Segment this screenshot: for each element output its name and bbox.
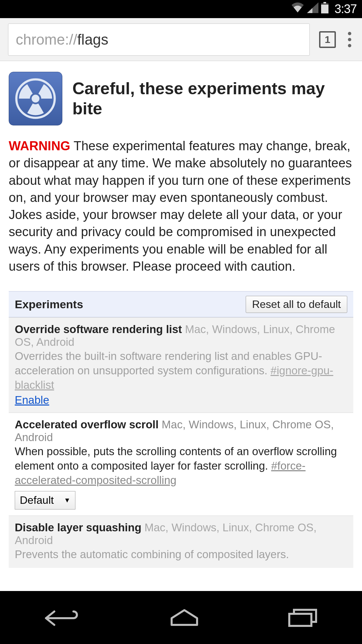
url-bar[interactable]: chrome://flags (8, 23, 310, 56)
url-path: flags (77, 31, 108, 48)
enable-link[interactable]: Enable (15, 394, 49, 407)
svg-rect-0 (323, 2, 326, 3)
tab-switcher-button[interactable]: 1 (319, 31, 336, 48)
experiment-item: Disable layer squashing Mac, Windows, Li… (9, 516, 353, 568)
experiment-title: Accelerated overflow scroll (15, 418, 159, 431)
experiment-item: Accelerated overflow scroll Mac, Windows… (9, 413, 353, 516)
wifi-icon (291, 2, 304, 16)
browser-toolbar: chrome://flags 1 (0, 18, 362, 61)
experiments-title: Experiments (15, 298, 83, 311)
warning-text: These experimental features may change, … (9, 139, 352, 273)
battery-icon (321, 2, 328, 16)
page-content[interactable]: Careful, these experiments may bite WARN… (0, 61, 362, 591)
experiment-description: Overrides the built-in software renderin… (15, 349, 347, 392)
warning-label: WARNING (9, 139, 70, 153)
warning-paragraph: WARNING These experimental features may … (9, 138, 353, 275)
status-time: 3:37 (335, 2, 357, 16)
dot-icon (348, 38, 351, 41)
hazard-icon (9, 72, 62, 125)
experiment-item: Override software rendering list Mac, Wi… (9, 317, 353, 413)
select-value: Default (20, 494, 54, 506)
dot-icon (348, 32, 351, 35)
recents-button[interactable] (286, 607, 319, 628)
url-scheme: chrome:// (16, 31, 77, 48)
back-button[interactable] (43, 607, 83, 628)
dot-icon (348, 44, 351, 47)
svg-rect-6 (289, 614, 311, 626)
experiments-header: Experiments Reset all to default (9, 291, 353, 317)
tab-count-label: 1 (325, 34, 330, 45)
experiment-description: Prevents the automatic combining of comp… (15, 547, 347, 562)
android-nav-bar (0, 591, 362, 644)
svg-point-5 (32, 95, 39, 102)
experiment-select[interactable]: Default ▼ (15, 491, 75, 509)
home-button[interactable] (168, 608, 201, 627)
hero: Careful, these experiments may bite (9, 72, 353, 125)
experiment-title: Override software rendering list (15, 323, 182, 335)
status-icons: 3:37 (291, 2, 357, 16)
menu-button[interactable] (345, 29, 354, 50)
svg-rect-2 (321, 5, 328, 13)
reset-all-button[interactable]: Reset all to default (246, 296, 347, 313)
cell-signal-icon (307, 2, 318, 16)
experiment-title: Disable layer squashing (15, 521, 141, 534)
experiment-description: When possible, puts the scrolling conten… (15, 444, 347, 488)
page-title: Careful, these experiments may bite (72, 78, 353, 119)
chevron-down-icon: ▼ (64, 496, 70, 504)
status-bar: 3:37 (0, 0, 362, 18)
